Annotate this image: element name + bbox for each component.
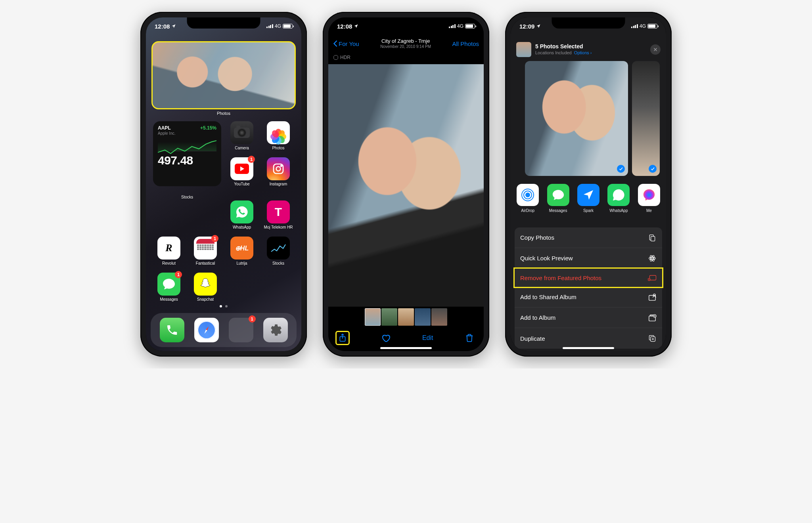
nav-title: City of Zagreb - Trnje November 20, 2010… xyxy=(380,38,431,49)
check-icon xyxy=(649,165,657,173)
action-quick-look[interactable]: Quick Look Preview xyxy=(515,248,662,269)
dock-safari[interactable] xyxy=(194,318,219,342)
app-revolut[interactable]: R Revolut xyxy=(153,237,185,265)
lutrija-icon: ⊕HL xyxy=(230,237,253,260)
app-lutrija[interactable]: ⊕HL Lutrija xyxy=(226,237,258,265)
action-remove-featured[interactable]: Remove from Featured Photos xyxy=(513,267,663,288)
preview-photo-1[interactable] xyxy=(525,61,628,176)
signal-icon xyxy=(266,24,273,28)
app-messages[interactable]: 1 Messages xyxy=(153,273,185,302)
dock-phone[interactable] xyxy=(160,318,184,342)
photos-widget-label: Photos xyxy=(146,111,301,116)
share-target-whatsapp[interactable]: WhatsApp xyxy=(607,184,630,213)
messages-icon xyxy=(547,184,569,206)
options-link[interactable]: Options › xyxy=(574,50,592,55)
action-add-shared-album[interactable]: Add to Shared Album xyxy=(515,287,662,307)
action-copy-photos[interactable]: Copy Photos xyxy=(515,227,662,248)
whatsapp-icon xyxy=(607,184,630,206)
battery-icon xyxy=(647,24,657,29)
dock-folder[interactable]: 1 xyxy=(229,318,253,342)
thumbnail[interactable] xyxy=(415,308,431,326)
thumbnail[interactable] xyxy=(365,308,381,326)
svg-point-20 xyxy=(653,294,655,296)
app-label: Messages xyxy=(549,208,567,213)
app-whatsapp[interactable]: WhatsApp xyxy=(226,200,258,229)
app-fantastical[interactable]: 1 Fantastical xyxy=(190,237,221,265)
thumbnail-strip[interactable] xyxy=(328,308,484,326)
delete-button[interactable] xyxy=(462,331,477,345)
app-camera[interactable]: Camera xyxy=(226,121,258,150)
revolut-icon: R xyxy=(157,237,180,260)
photos-icon xyxy=(267,121,290,144)
back-button[interactable]: For You xyxy=(333,40,359,47)
clock-label: 12:08 xyxy=(337,23,352,30)
share-target-spark[interactable]: Spark xyxy=(577,184,600,213)
app-label: Messages xyxy=(160,297,178,302)
youtube-icon: 1 xyxy=(230,157,253,180)
app-label: Revolut xyxy=(162,261,176,265)
app-label: Snapchat xyxy=(197,297,214,302)
app-instagram[interactable]: Instagram xyxy=(262,157,294,186)
stocks-company: Apple Inc. xyxy=(158,131,216,136)
favorite-button[interactable] xyxy=(379,331,393,345)
action-add-album[interactable]: Add to Album xyxy=(515,307,662,328)
thumbnail[interactable] xyxy=(431,308,447,326)
app-youtube[interactable]: 1 YouTube xyxy=(226,157,258,186)
share-button[interactable] xyxy=(335,331,350,345)
network-label: 4G xyxy=(275,23,281,29)
app-label: Instagram xyxy=(270,182,287,186)
share-title: 5 Photos Selected xyxy=(535,43,646,50)
photo-viewer[interactable] xyxy=(328,64,484,307)
copy-icon xyxy=(648,233,657,242)
dock-settings[interactable] xyxy=(263,318,288,342)
app-label: Me xyxy=(646,208,652,213)
thumbnail[interactable] xyxy=(381,308,397,326)
page-indicator[interactable] xyxy=(146,305,301,307)
action-duplicate[interactable]: Duplicate xyxy=(515,328,662,349)
telekom-icon: T xyxy=(267,200,290,223)
location-icon xyxy=(354,24,358,29)
instagram-icon xyxy=(267,157,290,180)
network-label: 4G xyxy=(640,23,646,29)
close-button[interactable] xyxy=(650,44,661,55)
badge: 1 xyxy=(211,235,218,242)
svg-point-8 xyxy=(526,193,530,197)
home-indicator[interactable] xyxy=(563,347,614,349)
share-target-messenger[interactable]: Me xyxy=(638,184,661,213)
badge: 1 xyxy=(249,315,256,323)
battery-icon xyxy=(465,24,475,29)
app-snapchat[interactable]: Snapchat xyxy=(190,273,221,302)
app-label: YouTube xyxy=(234,182,249,186)
preview-photo-2[interactable] xyxy=(632,61,660,176)
camera-icon xyxy=(230,121,253,144)
app-photos[interactable]: Photos xyxy=(262,121,294,150)
app-label: Camera xyxy=(235,146,249,150)
app-telekom[interactable]: T Moj Telekom HR xyxy=(262,200,294,229)
phone-3-share-sheet: 12:09 4G 5 Photos Selected Locations Inc… xyxy=(505,12,672,357)
album-icon xyxy=(648,313,657,322)
photos-widget[interactable] xyxy=(151,41,296,109)
header-thumbnail xyxy=(516,42,531,57)
phone-2-photos-detail: 12:08 4G For You City of Zagreb - Trnje … xyxy=(323,12,489,357)
signal-icon xyxy=(631,24,638,28)
app-label: Fantastical xyxy=(196,261,215,265)
home-indicator[interactable] xyxy=(380,347,432,349)
app-stocks-small[interactable]: Stocks xyxy=(262,237,294,265)
stocks-ticker: AAPL xyxy=(158,125,171,131)
airdrop-icon xyxy=(517,184,539,206)
edit-button[interactable]: Edit xyxy=(422,331,433,345)
svg-point-2 xyxy=(281,165,282,166)
stocks-label: Stocks xyxy=(153,195,221,199)
share-target-airdrop[interactable]: AirDrop xyxy=(516,184,539,213)
app-label: Photos xyxy=(272,146,284,150)
app-label: Stocks xyxy=(272,261,284,265)
stocks-widget[interactable]: AAPL +5.15% Apple Inc. 497.48 xyxy=(153,121,221,186)
signal-icon xyxy=(449,24,456,28)
all-photos-button[interactable]: All Photos xyxy=(452,40,479,47)
share-target-messages[interactable]: Messages xyxy=(546,184,569,213)
battery-icon xyxy=(283,24,293,29)
location-icon xyxy=(536,24,541,29)
thumbnail[interactable] xyxy=(398,308,414,326)
phone-1-homescreen: 12:08 4G Photos AAPL +5.15% xyxy=(140,12,307,357)
messages-icon: 1 xyxy=(157,273,180,296)
